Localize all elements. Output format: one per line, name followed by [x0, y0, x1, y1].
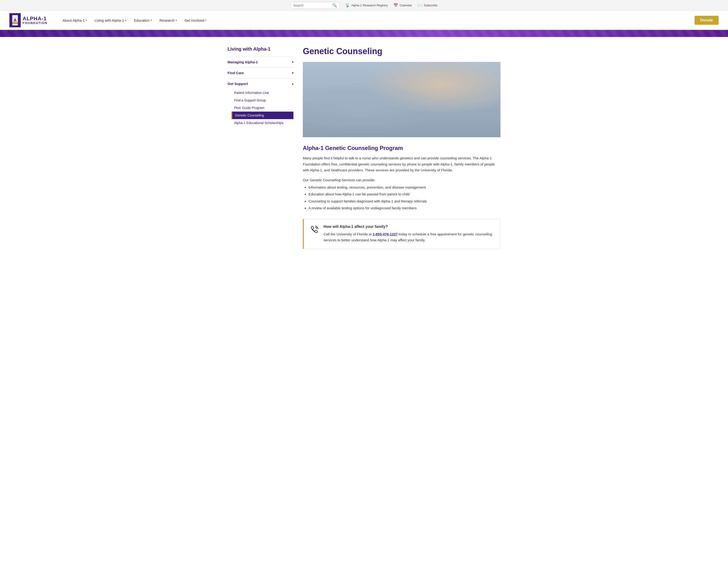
sidebar-managing-label: Managing Alpha-1	[228, 60, 258, 64]
subscribe-icon: ✉️	[417, 3, 423, 7]
svg-rect-5	[307, 114, 496, 137]
sidebar-managing-header[interactable]: Managing Alpha-1 ▾	[228, 57, 293, 67]
list-item: Education about how Alpha-1 can be passe…	[309, 191, 500, 197]
section-title: Alpha-1 Genetic Counseling Program	[303, 145, 500, 151]
svg-rect-7	[453, 64, 491, 102]
nav-item-education[interactable]: Education ▾	[130, 16, 155, 24]
svg-point-28	[426, 80, 434, 89]
chevron-down-icon: ▾	[175, 19, 177, 22]
utility-bar: 🔍 📡 Alpha-1 Research Registry 📅 Calendar…	[0, 0, 728, 11]
sidebar-section-get-support: Get Support ▴ Patient Information Line F…	[228, 78, 293, 128]
main-nav: A ALPHA-1 FOUNDATION About Alpha-1 ▾ Liv…	[0, 11, 728, 30]
logo-icon: A	[9, 13, 21, 27]
svg-rect-21	[465, 115, 470, 129]
sidebar-item-peer-guide[interactable]: Peer Guide Program	[231, 104, 293, 112]
subscribe-label: Subscribe	[424, 4, 437, 7]
sidebar-title: Living with Alpha-1	[228, 46, 293, 52]
svg-text:A: A	[14, 18, 17, 22]
nav-living-label: Living with Alpha-1	[95, 18, 124, 22]
svg-point-26	[417, 76, 433, 90]
svg-rect-22	[395, 103, 425, 123]
page-container: Living with Alpha-1 Managing Alpha-1 ▾ F…	[223, 46, 505, 249]
svg-rect-20	[357, 115, 361, 129]
svg-rect-12	[464, 80, 469, 89]
svg-rect-45	[486, 64, 493, 79]
svg-rect-10	[469, 69, 473, 79]
chevron-down-icon: ▾	[205, 19, 207, 22]
svg-point-27	[416, 80, 425, 89]
sidebar-item-support-group[interactable]: Find a Support Group	[231, 97, 293, 104]
svg-point-25	[417, 79, 433, 97]
search-icon[interactable]: 🔍	[332, 3, 337, 7]
nav-research-label: Research	[160, 18, 175, 22]
nav-get-involved-label: Get Involved	[184, 18, 204, 22]
svg-point-16	[307, 81, 326, 109]
main-content: Genetic Counseling	[303, 46, 500, 249]
purple-banner	[0, 30, 728, 37]
bullet-list: Information about testing, resources, pr…	[303, 184, 500, 211]
calendar-label: Calendar	[399, 4, 412, 7]
svg-rect-14	[476, 80, 480, 89]
info-box-text: Call the University of Florida at 1-855-…	[324, 231, 494, 243]
svg-rect-6	[449, 62, 496, 104]
chevron-down-icon: ▾	[151, 19, 152, 22]
sidebar-find-care-label: Find Care	[228, 71, 244, 75]
svg-rect-15	[315, 95, 319, 109]
svg-rect-41	[381, 110, 390, 112]
svg-rect-4	[307, 62, 496, 114]
donate-button[interactable]: Donate	[694, 16, 719, 25]
sidebar-get-support-header[interactable]: Get Support ▴	[228, 79, 293, 89]
nav-education-label: Education	[134, 18, 150, 22]
sidebar-item-genetic-counseling[interactable]: Genetic Counseling	[231, 112, 293, 119]
subscribe-link[interactable]: ✉️ Subscribe	[417, 3, 437, 7]
logo-text: ALPHA-1 FOUNDATION	[22, 16, 48, 25]
svg-rect-38	[455, 101, 471, 129]
sidebar-section-find-care: Find Care ▾	[228, 67, 293, 78]
calendar-link[interactable]: 📅 Calendar	[393, 3, 412, 7]
nav-item-about[interactable]: About Alpha-1 ▾	[59, 16, 90, 24]
search-wrapper[interactable]: 🔍	[291, 2, 340, 9]
services-intro: Our Genetic Counseling Services can prov…	[303, 178, 500, 182]
research-registry-label: Alpha-1 Research Registry	[351, 4, 388, 7]
phone-icon	[311, 225, 319, 235]
nav-item-get-involved[interactable]: Get Involved ▾	[181, 16, 210, 24]
svg-rect-46	[487, 65, 493, 78]
sidebar-section-managing: Managing Alpha-1 ▾	[228, 56, 293, 67]
search-input[interactable]	[293, 4, 331, 7]
nav-item-research[interactable]: Research ▾	[156, 16, 180, 24]
svg-point-33	[368, 89, 389, 112]
research-registry-link[interactable]: 📡 Alpha-1 Research Registry	[345, 3, 388, 7]
nav-item-living[interactable]: Living with Alpha-1 ▾	[91, 16, 130, 24]
phone-link[interactable]: 1-855-476-1227	[373, 232, 398, 236]
svg-point-18	[315, 79, 329, 100]
chevron-down-icon: ▾	[292, 60, 293, 64]
sidebar-sub-items: Patient Information Line Find a Support …	[228, 89, 293, 128]
nav-about-label: About Alpha-1	[63, 18, 85, 22]
svg-rect-8	[463, 67, 491, 102]
chevron-up-icon: ▴	[292, 82, 293, 86]
hero-svg	[303, 62, 500, 137]
sidebar-item-scholarships[interactable]: Alpha-1 Educational Scholarships	[231, 119, 293, 127]
svg-rect-23	[396, 104, 424, 122]
logo-line1: ALPHA-1	[22, 16, 48, 21]
hero-image	[303, 62, 500, 137]
chevron-down-icon: ▾	[86, 19, 87, 22]
list-item: Information about testing, resources, pr…	[309, 184, 500, 191]
sidebar-find-care-header[interactable]: Find Care ▾	[228, 67, 293, 78]
svg-rect-3	[307, 62, 496, 137]
svg-rect-39	[439, 109, 458, 112]
logo-svg: A	[11, 15, 19, 25]
info-box-content: How will Alpha-1 affect your family? Cal…	[324, 224, 494, 243]
svg-point-34	[368, 87, 389, 105]
calendar-icon: 📅	[393, 3, 398, 7]
list-item: A review of available testing options fo…	[309, 205, 500, 211]
registry-icon: 📡	[345, 3, 350, 7]
svg-point-43	[336, 97, 350, 102]
sidebar: Living with Alpha-1 Managing Alpha-1 ▾ F…	[228, 46, 293, 249]
chevron-down-icon: ▾	[292, 71, 293, 74]
info-box-title: How will Alpha-1 affect your family?	[324, 224, 494, 229]
logo[interactable]: A ALPHA-1 FOUNDATION	[9, 13, 48, 27]
svg-rect-11	[473, 69, 478, 79]
svg-rect-40	[444, 107, 449, 111]
sidebar-item-patient-info[interactable]: Patient Information Line	[231, 89, 293, 97]
